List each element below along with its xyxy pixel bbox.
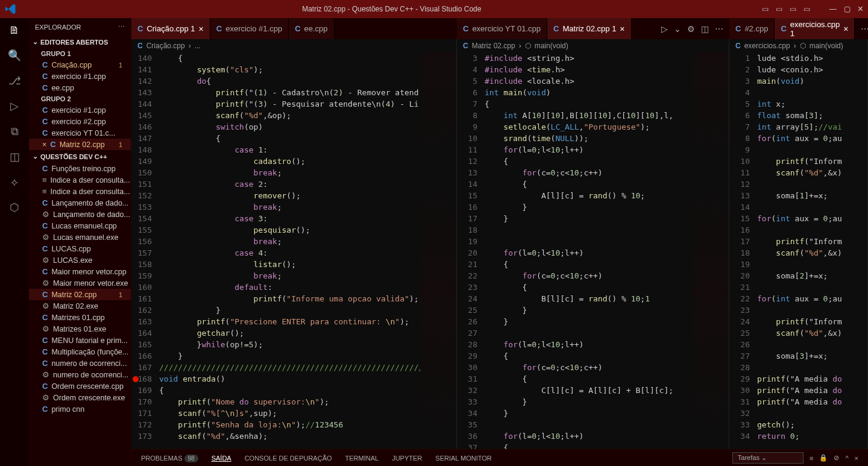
- close-icon[interactable]: ×: [199, 24, 204, 34]
- file-item[interactable]: LUCAS.cpp: [29, 243, 131, 254]
- close-icon[interactable]: ×: [843, 24, 848, 34]
- open-editors-header[interactable]: ⌄EDITORES ABERTOS: [29, 36, 131, 48]
- editor-tab[interactable]: Matriz 02.cpp 1×: [547, 18, 631, 39]
- file-item[interactable]: Lançamento de dado...: [29, 209, 131, 220]
- file-item[interactable]: Lucas emanuel.cpp: [29, 220, 131, 231]
- file-item[interactable]: Maior menor vetor.exe: [29, 277, 131, 289]
- run-dropdown-icon[interactable]: ⌄: [674, 24, 681, 34]
- misc-icon[interactable]: ⟡: [7, 175, 22, 189]
- run-icon[interactable]: ▷: [661, 24, 668, 34]
- panel-tab-serial[interactable]: SERIAL MONITOR: [435, 455, 492, 462]
- close-panel-icon[interactable]: ×: [855, 455, 858, 462]
- file-label: primo cnn: [51, 405, 84, 414]
- editor-tab[interactable]: exercicio #1.cpp: [210, 18, 289, 39]
- explorer-icon[interactable]: 🗎: [7, 23, 22, 37]
- file-label: MENU fatorial e prim...: [51, 336, 127, 345]
- source-control-icon[interactable]: ⎇: [7, 74, 22, 88]
- file-item[interactable]: LUCAS.exe: [29, 254, 131, 266]
- code-editor-1[interactable]: 1401411421431441451461471481491501511521…: [131, 52, 456, 449]
- breakpoint-icon[interactable]: [133, 376, 139, 382]
- filter-icon[interactable]: ≡: [810, 455, 813, 462]
- panel-tab-problemas[interactable]: PROBLEMAS 98: [141, 455, 198, 462]
- group-1-header[interactable]: GRUPO 1: [29, 48, 131, 59]
- layout-icon[interactable]: ▭: [776, 5, 782, 13]
- panel-tab-saida[interactable]: SAÍDA: [212, 455, 231, 462]
- maximize-button[interactable]: ▢: [844, 5, 851, 13]
- file-item[interactable]: Matrizes 01.cpp: [29, 312, 131, 323]
- more-icon[interactable]: ⋯: [715, 24, 723, 34]
- file-item[interactable]: numero de ocorrenci...: [29, 357, 131, 369]
- editor-tab[interactable]: exercicio YT 01.cpp: [457, 18, 547, 39]
- more-icon[interactable]: ⋯: [118, 23, 125, 31]
- file-item[interactable]: Maior menor vetor.cpp: [29, 266, 131, 277]
- file-item[interactable]: Matrizes 01.exe: [29, 323, 131, 335]
- file-label: Lançamento de dado...: [51, 199, 128, 207]
- file-label: Matriz 02.cpp: [60, 140, 105, 149]
- file-item[interactable]: Indice a dser consulta...: [29, 174, 131, 186]
- more-icon[interactable]: ⋯: [861, 24, 868, 34]
- file-item[interactable]: Multiplicação (funçõe...: [29, 346, 131, 357]
- breadcrumbs[interactable]: Matriz 02.cpp› ⬡ main(void): [457, 39, 729, 52]
- file-item[interactable]: Matriz 02.exe: [29, 300, 131, 312]
- open-editor-item[interactable]: ee.cpp: [29, 82, 131, 93]
- remote-icon[interactable]: ◫: [7, 150, 22, 164]
- breadcrumbs[interactable]: Criação.cpp› ...: [131, 39, 456, 52]
- clear-icon[interactable]: ⊘: [834, 454, 839, 462]
- run-debug-icon[interactable]: ▷: [7, 99, 22, 113]
- file-item[interactable]: Lançamento de dado...: [29, 197, 131, 209]
- file-item[interactable]: Matriz 02.cpp1: [29, 289, 131, 300]
- title-bar: Matriz 02.cpp - Questões Dev C++ - Visua…: [0, 0, 868, 18]
- panel-tab-terminal[interactable]: TERMINAL: [345, 455, 379, 462]
- tabs-row: Criação.cpp 1×exercicio #1.cppee.cpp exe…: [131, 18, 868, 39]
- gear-icon[interactable]: ⚙: [687, 24, 695, 34]
- layout-icon[interactable]: ▭: [790, 5, 796, 13]
- file-item[interactable]: Lucas emanuel.exe: [29, 231, 131, 243]
- file-item[interactable]: numero de ocorrenci...: [29, 369, 131, 380]
- code-editor-2[interactable]: 3456789101112131415161718192021222324252…: [457, 52, 729, 449]
- lock-icon[interactable]: 🔒: [819, 454, 828, 462]
- file-item[interactable]: MENU fatorial e prim...: [29, 335, 131, 346]
- split-icon[interactable]: ◫: [701, 24, 709, 34]
- code-editor-3[interactable]: 1234567891011121314151617181920212223242…: [729, 52, 867, 449]
- cpp-icon: [553, 24, 559, 33]
- project-header[interactable]: ⌄QUESTÕES DEV C++: [29, 150, 131, 163]
- editor-tab[interactable]: Criação.cpp 1×: [131, 18, 210, 39]
- open-editor-item[interactable]: Criação.cpp1: [29, 59, 131, 71]
- open-editor-item[interactable]: exercicio YT 01.c...: [29, 127, 131, 139]
- file-item[interactable]: Ordem crescente.cpp: [29, 380, 131, 392]
- minimap[interactable]: [693, 52, 729, 449]
- open-editor-item[interactable]: × Matriz 02.cpp1: [29, 139, 131, 150]
- panel-tab-console[interactable]: CONSOLE DE DEPURAÇÃO: [245, 455, 332, 462]
- open-editor-item[interactable]: exercicio #2.cpp: [29, 116, 131, 127]
- close-icon[interactable]: ×: [42, 140, 46, 149]
- editor-tab[interactable]: #2.cpp: [729, 18, 775, 39]
- editor-tab[interactable]: ee.cpp: [289, 18, 334, 39]
- file-label: Lançamento de dado...: [53, 210, 130, 219]
- file-label: Matriz 02.exe: [53, 302, 98, 310]
- layout-icon[interactable]: ▭: [804, 5, 810, 13]
- breadcrumbs[interactable]: exercicios.cpp› ⬡ main(void): [729, 39, 867, 52]
- layout-icon[interactable]: ▭: [762, 5, 769, 13]
- file-item[interactable]: primo cnn: [29, 403, 131, 415]
- editor-tab[interactable]: exercicios.cpp 1×: [775, 18, 855, 39]
- open-editor-item[interactable]: exercicio #1.cpp: [29, 71, 131, 82]
- cpp-icon: [42, 221, 48, 230]
- group-2-header[interactable]: GRUPO 2: [29, 93, 131, 104]
- close-button[interactable]: ×: [858, 4, 863, 14]
- extensions-icon[interactable]: ⧉: [7, 124, 22, 139]
- close-icon[interactable]: ×: [620, 24, 624, 34]
- maximize-panel-icon[interactable]: ^: [845, 455, 848, 462]
- minimize-button[interactable]: —: [829, 5, 837, 13]
- file-item[interactable]: Funções treino.cpp: [29, 163, 131, 174]
- file-item[interactable]: Indice a dser consulta...: [29, 186, 131, 197]
- cpp-icon: [42, 347, 48, 356]
- open-editor-item[interactable]: exercicio #1.cpp: [29, 104, 131, 116]
- minimap[interactable]: [420, 52, 456, 449]
- panel-tab-jupyter[interactable]: JUPYTER: [392, 455, 422, 462]
- file-item[interactable]: Ordem crescente.exe: [29, 392, 131, 403]
- search-icon[interactable]: 🔍: [7, 48, 22, 63]
- sidebar-title: EXPLORADOR: [35, 24, 81, 31]
- tarefas-dropdown[interactable]: Tarefas ⌄: [732, 452, 804, 464]
- exe-icon: [42, 324, 49, 333]
- python-icon[interactable]: ⬡: [7, 200, 22, 215]
